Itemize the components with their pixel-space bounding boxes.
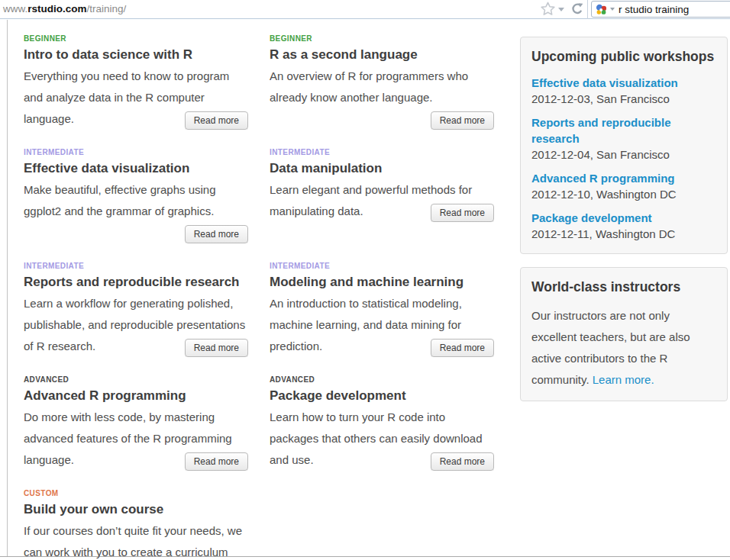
read-more-button[interactable]: Read more (185, 111, 248, 130)
workshop-item: Reports and reproducible research 2012-1… (531, 114, 716, 163)
workshop-link[interactable]: Advanced R programming (531, 170, 716, 186)
bookmark-star-icon[interactable] (541, 2, 555, 19)
workshop-link[interactable]: Effective data visualization (531, 75, 716, 91)
search-bar[interactable]: r studio training (591, 1, 730, 18)
read-more-button[interactable]: Read more (431, 452, 494, 471)
bookmark-chevron-down-icon[interactable] (558, 8, 564, 11)
workshop-item: Package development 2012-12-11, Washingt… (531, 210, 716, 242)
workshop-link[interactable]: Package development (531, 210, 716, 226)
sidebar: Upcoming public workshops Effective data… (520, 37, 728, 401)
course-description: Make beautiful, effective graphs using g… (24, 183, 216, 217)
read-more-button[interactable]: Read more (431, 111, 494, 130)
course-level-label: INTERMEDIATE (270, 262, 494, 271)
course-card: INTERMEDIATE Data manipulation Learn ele… (270, 148, 494, 222)
url-field-border (587, 0, 588, 19)
read-more-button[interactable]: Read more (431, 339, 494, 357)
course-level-label: BEGINNER (24, 34, 248, 43)
course-grid: BEGINNER Intro to data science with R Ev… (24, 34, 494, 560)
read-more-button[interactable]: Read more (185, 225, 248, 243)
workshop-item: Advanced R programming 2012-12-10, Washi… (531, 170, 716, 202)
workshop-date-location: 2012-12-04, San Francisco (531, 146, 716, 163)
course-card: BEGINNER Intro to data science with R Ev… (24, 34, 248, 130)
course-card: INTERMEDIATE Modeling and machine learni… (270, 262, 494, 357)
reload-icon[interactable] (570, 2, 584, 19)
course-title: Effective data visualization (24, 160, 248, 177)
course-description: An overview of R for programmers who alr… (270, 69, 468, 104)
course-description: If our courses don’t quite fit your need… (24, 524, 242, 560)
instructors-box: World-class instructors Our instructors … (520, 267, 728, 401)
read-more-button[interactable]: Read more (431, 204, 494, 222)
course-card: INTERMEDIATE Reports and reproducible re… (24, 262, 248, 357)
workshop-date-location: 2012-12-03, San Francisco (531, 91, 716, 107)
page-content: BEGINNER Intro to data science with R Ev… (8, 20, 730, 556)
search-query: r studio training (619, 4, 689, 15)
course-title: Reports and reproducible research (24, 274, 248, 291)
course-title: Advanced R programming (24, 388, 248, 404)
course-level-label: ADVANCED (270, 375, 494, 385)
search-engine-chevron-down-icon[interactable] (610, 8, 615, 11)
browser-toolbar: www.rstudio.com/training/ r studio train… (0, 0, 730, 19)
course-title: Modeling and machine learning (270, 274, 494, 291)
course-title: Intro to data science with R (24, 47, 248, 63)
workshop-item: Effective data visualization 2012-12-03,… (531, 75, 716, 107)
course-title: Data manipulation (270, 160, 494, 177)
workshops-list: Effective data visualization 2012-12-03,… (531, 75, 716, 242)
course-level-label: BEGINNER (270, 34, 494, 43)
course-card: ADVANCED Package development Learn how t… (270, 375, 494, 471)
workshop-link[interactable]: Reports and reproducible research (531, 114, 716, 146)
course-card: BEGINNER R as a second language An overv… (270, 34, 494, 130)
course-level-label: INTERMEDIATE (24, 148, 248, 157)
instructors-title: World-class instructors (531, 278, 716, 295)
read-more-button[interactable]: Read more (185, 452, 248, 471)
url-path: /training/ (87, 3, 127, 14)
url-domain: rstudio.com (27, 3, 86, 14)
workshops-box: Upcoming public workshops Effective data… (520, 37, 728, 254)
course-card: CUSTOM Build your own course If our cour… (24, 489, 248, 560)
course-title: Package development (270, 388, 494, 404)
course-card: INTERMEDIATE Effective data visualizatio… (24, 148, 248, 243)
workshop-date-location: 2012-12-10, Washington DC (531, 186, 716, 202)
course-title: R as a second language (270, 47, 494, 63)
course-level-label: INTERMEDIATE (270, 148, 494, 157)
google-icon (596, 4, 607, 15)
url-prefix: www. (3, 3, 27, 14)
workshop-date-location: 2012-12-11, Washington DC (531, 226, 716, 242)
learn-more-link[interactable]: Learn more. (593, 373, 654, 386)
course-card: ADVANCED Advanced R programming Do more … (24, 375, 248, 471)
course-title: Build your own course (24, 501, 248, 518)
course-level-label: ADVANCED (24, 375, 248, 385)
workshops-title: Upcoming public workshops (531, 48, 716, 65)
read-more-button[interactable]: Read more (185, 339, 248, 357)
url-bar[interactable]: www.rstudio.com/training/ (3, 3, 126, 14)
course-level-label: INTERMEDIATE (24, 262, 248, 271)
course-level-label: CUSTOM (24, 489, 248, 498)
